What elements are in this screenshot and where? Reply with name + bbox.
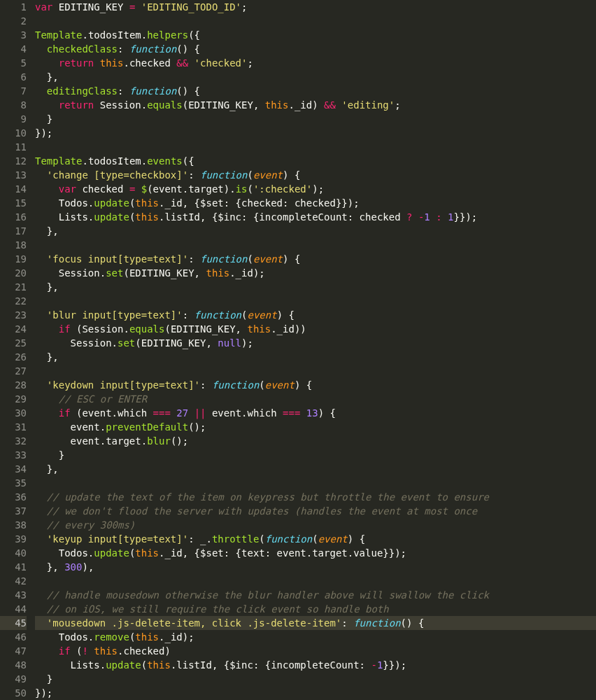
code-token: function — [200, 169, 247, 181]
code-line[interactable]: Session.set(EDITING_KEY, this._id); — [35, 266, 596, 280]
line-number: 49 — [0, 672, 27, 686]
line-number: 14 — [0, 182, 27, 196]
code-line[interactable]: event.preventDefault(); — [35, 420, 596, 434]
code-line[interactable]: event.target.blur(); — [35, 434, 596, 448]
code-line[interactable]: } — [35, 448, 596, 462]
code-token: }}); — [454, 211, 478, 223]
code-line[interactable]: // every 300ms) — [35, 518, 596, 532]
code-token: remove — [94, 631, 129, 643]
code-line[interactable]: }, — [35, 224, 596, 238]
code-line[interactable]: 'mousedown .js-delete-item, click .js-de… — [35, 616, 596, 630]
code-line[interactable]: 'blur input[type=text]': function(event)… — [35, 308, 596, 322]
code-token: if — [59, 323, 71, 335]
line-number: 11 — [0, 140, 27, 154]
code-token: Todos. — [35, 547, 94, 559]
code-token: : _. — [188, 533, 212, 545]
code-line[interactable] — [35, 476, 596, 490]
code-line[interactable]: if (Session.equals(EDITING_KEY, this._id… — [35, 322, 596, 336]
code-token: () { — [401, 617, 425, 629]
code-line[interactable]: // ESC or ENTER — [35, 392, 596, 406]
code-line[interactable] — [35, 294, 596, 308]
code-token — [35, 519, 47, 531]
code-line[interactable]: 'keyup input[type=text]': _.throttle(fun… — [35, 532, 596, 546]
code-line[interactable]: Todos.update(this._id, {$set: {checked: … — [35, 196, 596, 210]
code-token: } — [35, 449, 64, 461]
code-line[interactable] — [35, 14, 596, 28]
code-token — [35, 505, 47, 517]
code-line[interactable]: if (event.which === 27 || event.which ==… — [35, 406, 596, 420]
code-line[interactable]: } — [35, 672, 596, 686]
code-line[interactable]: }, — [35, 280, 596, 294]
code-token: : — [118, 85, 129, 97]
code-line[interactable]: if (! this.checked) — [35, 644, 596, 658]
code-token: && — [176, 57, 188, 69]
code-line[interactable]: Todos.update(this._id, {$set: {text: eve… — [35, 546, 596, 560]
line-number: 4 — [0, 42, 27, 56]
code-line[interactable]: Session.set(EDITING_KEY, null); — [35, 336, 596, 350]
code-token: 300 — [64, 561, 82, 573]
code-line[interactable] — [35, 574, 596, 588]
code-line[interactable]: // on iOS, we still require the click ev… — [35, 602, 596, 616]
code-line[interactable]: Lists.update(this.listId, {$inc: {incomp… — [35, 658, 596, 672]
code-content[interactable]: var EDITING_KEY = 'EDITING_TODO_ID'; Tem… — [34, 0, 596, 700]
code-token — [135, 183, 141, 195]
code-line[interactable]: var checked = $(event.target).is(':check… — [35, 182, 596, 196]
code-token: this — [135, 547, 159, 559]
code-token: update — [94, 211, 129, 223]
code-line[interactable]: return this.checked && 'checked'; — [35, 56, 596, 70]
code-line[interactable]: }); — [35, 686, 596, 700]
code-token: ._id); — [159, 631, 194, 643]
code-token: event — [265, 379, 295, 391]
code-line[interactable]: checkedClass: function() { — [35, 42, 596, 56]
code-line[interactable]: } — [35, 112, 596, 126]
line-number: 28 — [0, 378, 27, 392]
line-number: 3 — [0, 28, 27, 42]
code-token: ) { — [295, 379, 312, 391]
code-token: () { — [176, 43, 200, 55]
code-token: : — [188, 253, 200, 265]
code-line[interactable]: 'change [type=checkbox]': function(event… — [35, 168, 596, 182]
code-line[interactable]: // handle mousedown otherwise the blur h… — [35, 588, 596, 602]
code-line[interactable]: }, — [35, 350, 596, 364]
code-token: throttle — [212, 533, 259, 545]
code-line[interactable]: }, — [35, 70, 596, 84]
code-token: 27 — [176, 407, 188, 419]
line-number: 36 — [0, 490, 27, 504]
code-token: }}); — [383, 659, 406, 671]
code-token: ._id, {$set: {checked: checked}}); — [159, 197, 360, 209]
code-line[interactable]: // we don't flood the server with update… — [35, 504, 596, 518]
code-line[interactable]: }, — [35, 462, 596, 476]
code-line[interactable]: Template.todosItem.helpers({ — [35, 28, 596, 42]
code-token: (event.target). — [147, 183, 235, 195]
line-number: 39 — [0, 532, 27, 546]
code-line[interactable] — [35, 364, 596, 378]
code-token: ._id)) — [271, 323, 306, 335]
code-line[interactable]: Lists.update(this.listId, {$inc: {incomp… — [35, 210, 596, 224]
code-line[interactable]: 'focus input[type=text]': function(event… — [35, 252, 596, 266]
code-token — [35, 169, 47, 181]
code-line[interactable]: 'keydown input[type=text]': function(eve… — [35, 378, 596, 392]
code-line[interactable]: }); — [35, 126, 596, 140]
code-line[interactable]: editingClass: function() { — [35, 84, 596, 98]
code-editor[interactable]: 1234567891011121314151617181920212223242… — [0, 0, 596, 700]
code-line[interactable]: Todos.remove(this._id); — [35, 630, 596, 644]
line-number: 30 — [0, 406, 27, 420]
code-line[interactable] — [35, 140, 596, 154]
code-token: Todos. — [35, 197, 94, 209]
code-line[interactable]: }, 300), — [35, 560, 596, 574]
code-line[interactable] — [35, 238, 596, 252]
line-number: 6 — [0, 70, 27, 84]
code-token: set — [106, 267, 123, 279]
line-number: 31 — [0, 420, 27, 434]
code-token: }, — [35, 281, 59, 293]
code-token: 'mousedown .js-delete-item, click .js-de… — [47, 617, 341, 629]
code-line[interactable]: // update the text of the item on keypre… — [35, 490, 596, 504]
code-line[interactable]: Template.todosItem.events({ — [35, 154, 596, 168]
code-token: . — [141, 29, 147, 41]
code-token: update — [106, 659, 141, 671]
code-token: }, — [35, 561, 64, 573]
code-line[interactable]: var EDITING_KEY = 'EDITING_TODO_ID'; — [35, 0, 596, 14]
code-token: && — [324, 99, 336, 111]
code-line[interactable]: return Session.equals(EDITING_KEY, this.… — [35, 98, 596, 112]
code-token: (Session. — [71, 323, 129, 335]
